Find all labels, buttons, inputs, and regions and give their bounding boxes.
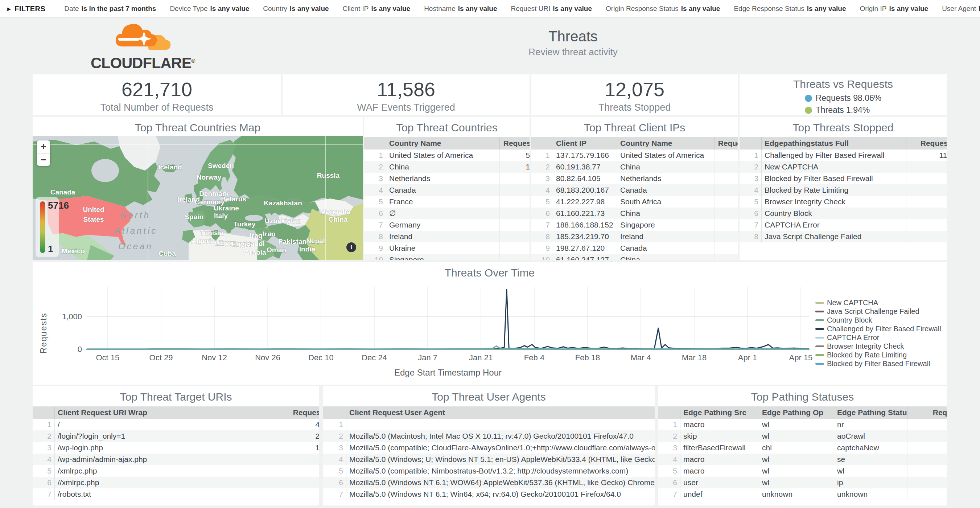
table-row[interactable]: 7undefunknownunknown1,168 — [658, 489, 947, 500]
table-row[interactable]: 3Blocked by Filter Based Firewall152 — [740, 173, 947, 184]
table-row[interactable]: 3/wp-login.php1,150 — [33, 442, 319, 454]
table-row[interactable]: 260.191.38.77China977 — [531, 161, 738, 173]
table-row[interactable]: 1United States of America5,716 — [364, 150, 530, 161]
table-row[interactable]: 5/xmlrpc.php226 — [33, 465, 319, 477]
svg-text:Algeria: Algeria — [191, 237, 215, 245]
table-row[interactable]: 6userwlip2,107 — [658, 477, 947, 489]
table-row[interactable]: 5macrowlwl6,595 — [658, 465, 947, 477]
cell: 278 — [285, 454, 320, 465]
row-index: 2 — [531, 161, 553, 173]
table-row[interactable]: 3Mozilla/5.0 (compatible; CloudFlare-Alw… — [323, 442, 655, 454]
filter-item[interactable]: Hostnameis any value — [424, 5, 497, 12]
table-row[interactable]: 8185.234.219.70Ireland112 — [531, 231, 738, 242]
table-row[interactable]: 7188.166.188.152Singapore129 — [531, 219, 738, 231]
threats-over-time-chart[interactable]: 01,000Oct 15Oct 29Nov 12Nov 26Dec 10Dec … — [33, 279, 947, 385]
cell: Mozilla/5.0 (compatible; CloudFlare-Alwa… — [346, 442, 655, 454]
cell: 185.234.219.70 — [553, 231, 617, 242]
cell: undef — [681, 489, 759, 500]
cell: Netherlands — [386, 173, 500, 184]
filter-item[interactable]: Origin IPis any value — [859, 5, 928, 12]
table-row[interactable]: 2/login/?login_only=12,992 — [33, 430, 319, 442]
column-header[interactable]: Requests∨ — [715, 137, 738, 150]
table-row[interactable]: 1Challenged by Filter Based Firewall11,4… — [740, 150, 947, 161]
table-row[interactable]: 5France497 — [364, 196, 530, 207]
filter-item[interactable]: Device Typeis any value — [170, 5, 249, 12]
cell: CAPTCHA Error — [762, 219, 906, 231]
row-index: 6 — [323, 477, 346, 489]
table-row[interactable]: 3Netherlands795 — [364, 173, 530, 184]
table-row[interactable]: 3filterBasedFirewallchlcaptchaNew11,467 — [658, 442, 947, 454]
world-map[interactable]: CanadaUnitedStatesMexicoCubaIcelandIrela… — [33, 136, 363, 260]
zoom-in-button[interactable]: + — [37, 140, 50, 153]
column-header[interactable]: Requests∨ — [500, 137, 530, 150]
map-legend-min: 1 — [48, 244, 53, 255]
table-row[interactable]: 2skipwlaoCrawl37,834 — [658, 430, 947, 442]
table-row[interactable]: 7Germany330 — [364, 219, 530, 231]
row-index: 5 — [740, 196, 762, 207]
column-header[interactable]: Requests∨ — [285, 406, 320, 419]
cell: 13 — [906, 207, 947, 219]
table-row[interactable]: 4/wp-admin/admin-ajax.php278 — [33, 454, 319, 465]
filters-toggle[interactable]: ▶ FILTERS — [7, 5, 64, 13]
filter-item[interactable]: Origin Response Statusis any value — [606, 5, 720, 12]
zoom-out-button[interactable]: − — [37, 153, 50, 166]
table-row[interactable]: 4Mozilla/5.0 (Windows; U; Windows NT 5.1… — [323, 454, 655, 465]
table-row[interactable]: 6//xmlrpc.php133 — [33, 477, 319, 489]
top-threats-stopped-table: Edgepathingstatus FullRequests∨1Challeng… — [740, 137, 947, 242]
table-row[interactable]: 4macrowlse6,734 — [658, 454, 947, 465]
table-row[interactable]: 7/robots.txt90 — [33, 489, 319, 500]
top-threat-target-uris-table: Client Request URI WrapRequests∨1/4,3412… — [33, 406, 319, 500]
table-row[interactable]: 6Country Block13 — [740, 207, 947, 219]
filter-item[interactable]: User Agentis any value — [942, 5, 980, 12]
table-header-row: Country NameRequests∨ — [364, 137, 530, 150]
filter-item[interactable]: Countryis any value — [263, 5, 329, 12]
table-row[interactable]: 7CAPTCHA Error13 — [740, 219, 947, 231]
row-index: 5 — [323, 465, 346, 477]
filter-item[interactable]: Client IPis any value — [343, 5, 410, 12]
table-row[interactable]: 4Blocked by Rate Limiting79 — [740, 184, 947, 196]
filter-item[interactable]: Request URIis any value — [511, 5, 592, 12]
legend-line-icon — [815, 363, 824, 365]
column-header[interactable]: Requests∨ — [906, 137, 947, 150]
filter-item[interactable]: Edge Response Statusis any value — [734, 5, 846, 12]
table-row[interactable]: 6Mozilla/5.0 (Windows NT 6.1; WOW64) App… — [323, 477, 655, 489]
table-row[interactable]: 7Mozilla/5.0 (Windows NT 6.1; Win64; x64… — [323, 489, 655, 500]
cell: 55 — [906, 196, 947, 207]
svg-text:Apr 15: Apr 15 — [789, 353, 813, 362]
table-row[interactable]: 9Ukraine169 — [364, 242, 530, 254]
cell: 188.166.188.152 — [553, 219, 617, 231]
table-row[interactable]: 1 — [323, 419, 655, 430]
svg-text:Pakistan: Pakistan — [278, 238, 307, 245]
table-row[interactable]: 9198.27.67.120Canada94 — [531, 242, 738, 254]
filter-value: is any value — [290, 5, 329, 12]
table-row[interactable]: 10Singapore158 — [364, 254, 530, 260]
cell: Singapore — [386, 254, 500, 260]
table-row[interactable]: 8Java Script Challenge Failed2 — [740, 231, 947, 242]
table-row[interactable]: 4Canada560 — [364, 184, 530, 196]
table-row[interactable]: 1macrowlnr554,758 — [658, 419, 947, 430]
info-icon[interactable]: i — [346, 242, 356, 252]
table-row[interactable]: 2New CAPTCHA277 — [740, 161, 947, 173]
column-header: Client IP — [553, 137, 617, 150]
cell: China — [617, 254, 715, 260]
table-row[interactable]: 1137.175.79.166United States of America2… — [531, 150, 738, 161]
table-row[interactable]: 468.183.200.167Canada237 — [531, 184, 738, 196]
table-row[interactable]: 661.160.221.73China144 — [531, 207, 738, 219]
table-row[interactable]: 5Mozilla/5.0 (compatible; Nimbostratus-B… — [323, 465, 655, 477]
table-row[interactable]: 8Ireland181 — [364, 231, 530, 242]
column-header[interactable]: Requests∨ — [907, 406, 947, 419]
legend-dot-icon — [805, 107, 812, 114]
filter-item[interactable]: Dateis in the past 7 months — [64, 5, 156, 12]
table-row[interactable]: 6∅331 — [364, 207, 530, 219]
table-row[interactable]: 5Browser Integrity Check55 — [740, 196, 947, 207]
svg-text:Libya: Libya — [215, 239, 233, 247]
table-row[interactable]: 2China1,514 — [364, 161, 530, 173]
table-row[interactable]: 1/4,341 — [33, 419, 319, 430]
svg-text:Saudi: Saudi — [246, 240, 265, 247]
table-row[interactable]: 2Mozilla/5.0 (Macintosh; Intel Mac OS X … — [323, 430, 655, 442]
table-row[interactable]: 1061.160.247.127China88 — [531, 254, 738, 260]
legend-label: Blocked by Rate Limiting — [827, 351, 907, 359]
table-row[interactable]: 380.82.64.105Netherlands637 — [531, 173, 738, 184]
table-row[interactable]: 541.222.227.98South Africa146 — [531, 196, 738, 207]
column-header: Client Request User Agent — [346, 406, 655, 419]
